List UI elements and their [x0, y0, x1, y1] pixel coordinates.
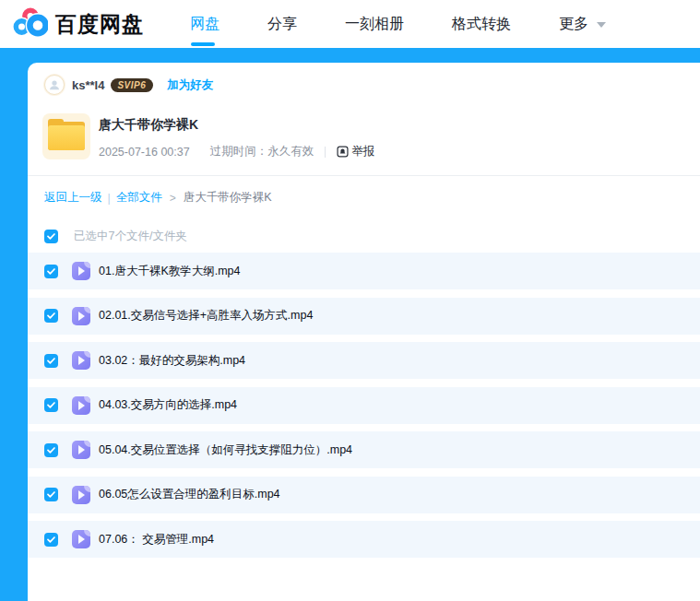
- file-checkbox[interactable]: [44, 309, 58, 323]
- file-name[interactable]: 03.02：最好的交易架构.mp4: [99, 353, 245, 369]
- nav-tab-more[interactable]: 更多: [559, 15, 606, 34]
- file-name[interactable]: 05.04.交易位置选择（如何寻找支撑阻力位）.mp4: [99, 442, 352, 458]
- video-file-icon: [72, 262, 90, 280]
- report-icon: [337, 146, 349, 158]
- breadcrumb-pipe: |: [108, 192, 111, 205]
- report-label: 举报: [351, 144, 374, 159]
- file-list: 01.唐大千裸K教学大纲.mp4 02.01.交易信号选择+高胜率入场方式.mp…: [28, 253, 700, 558]
- nav-tab-label: 一刻相册: [345, 15, 404, 34]
- file-row[interactable]: 02.01.交易信号选择+高胜率入场方式.mp4: [28, 298, 700, 335]
- file-name[interactable]: 01.唐大千裸K教学大纲.mp4: [99, 264, 241, 279]
- sharer-info-row: ks**l4 SVIP6 加为好友: [28, 63, 700, 95]
- nav-tab-format-convert[interactable]: 格式转换: [452, 15, 511, 34]
- file-name[interactable]: 06.05怎么设置合理的盈利目标.mp4: [99, 487, 280, 502]
- file-checkbox[interactable]: [44, 398, 58, 412]
- video-file-icon: [72, 441, 90, 459]
- share-content-card: ks**l4 SVIP6 加为好友 唐大千带你学裸K 2025-07-16 00…: [28, 63, 700, 601]
- nav-tab-album[interactable]: 一刻相册: [345, 15, 404, 34]
- share-folder-info: 唐大千带你学裸K 2025-07-16 00:37 过期时间：永久有效 举报: [28, 115, 700, 159]
- breadcrumb-back-link[interactable]: 返回上一级: [44, 190, 102, 206]
- folder-icon: [44, 115, 89, 158]
- share-date: 2025-07-16 00:37: [99, 146, 190, 159]
- video-file-icon: [72, 530, 90, 548]
- file-row[interactable]: 04.03.交易方向的选择.mp4: [28, 387, 700, 424]
- video-file-icon: [72, 396, 90, 415]
- nav-tab-share[interactable]: 分享: [267, 15, 297, 34]
- file-row[interactable]: 07.06： 交易管理.mp4: [28, 521, 700, 558]
- file-name[interactable]: 07.06： 交易管理.mp4: [99, 532, 214, 548]
- add-friend-link[interactable]: 加为好友: [167, 77, 213, 93]
- file-checkbox[interactable]: [44, 443, 58, 457]
- breadcrumb: 返回上一级 | 全部文件 > 唐大千带你学裸K: [28, 176, 700, 206]
- chevron-down-icon: [597, 22, 606, 28]
- sharer-username: ks**l4: [72, 78, 104, 92]
- brand-name: 百度网盘: [55, 10, 144, 39]
- file-checkbox[interactable]: [44, 533, 58, 547]
- file-checkbox[interactable]: [44, 488, 58, 501]
- active-tab-underline: [191, 42, 215, 46]
- meta-divider: [325, 147, 326, 158]
- report-button[interactable]: 举报: [337, 144, 374, 159]
- brand-logo[interactable]: 百度网盘: [13, 6, 144, 41]
- nav-tab-label: 分享: [267, 15, 297, 34]
- file-checkbox[interactable]: [44, 354, 58, 368]
- file-name[interactable]: 04.03.交易方向的选择.mp4: [99, 397, 237, 413]
- file-row[interactable]: 03.02：最好的交易架构.mp4: [28, 342, 700, 379]
- file-name[interactable]: 02.01.交易信号选择+高胜率入场方式.mp4: [99, 308, 313, 324]
- nav-tab-label: 更多: [559, 15, 588, 34]
- file-row[interactable]: 05.04.交易位置选择（如何寻找支撑阻力位）.mp4: [28, 431, 700, 468]
- breadcrumb-separator: >: [170, 192, 176, 205]
- select-all-checkbox[interactable]: [44, 230, 58, 243]
- baidu-netdisk-logo-icon: [13, 6, 48, 41]
- video-file-icon: [72, 486, 90, 504]
- nav-tab-label: 格式转换: [452, 15, 511, 34]
- file-row[interactable]: 06.05怎么设置合理的盈利目标.mp4: [28, 477, 700, 513]
- share-expiry: 过期时间：永久有效: [210, 144, 314, 159]
- breadcrumb-all-files-link[interactable]: 全部文件: [116, 190, 162, 206]
- file-checkbox[interactable]: [44, 265, 58, 278]
- nav-tab-netdisk[interactable]: 网盘: [190, 15, 219, 34]
- svip-badge: SVIP6: [111, 78, 153, 92]
- top-header: 百度网盘 网盘 分享 一刻相册 格式转换 更多: [0, 0, 700, 48]
- avatar: [44, 75, 65, 95]
- selection-summary: 已选中7个文件/文件夹: [74, 229, 187, 244]
- share-meta: 2025-07-16 00:37 过期时间：永久有效 举报: [99, 144, 374, 159]
- file-row[interactable]: 01.唐大千裸K教学大纲.mp4: [28, 253, 700, 289]
- main-nav: 网盘 分享 一刻相册 格式转换 更多: [190, 15, 654, 34]
- breadcrumb-current-folder: 唐大千带你学裸K: [184, 190, 272, 206]
- user-icon: [48, 78, 61, 91]
- nav-tab-label: 网盘: [190, 15, 219, 34]
- video-file-icon: [72, 307, 90, 325]
- select-all-row: 已选中7个文件/文件夹: [28, 229, 700, 244]
- video-file-icon: [72, 351, 90, 370]
- share-title: 唐大千带你学裸K: [99, 117, 374, 134]
